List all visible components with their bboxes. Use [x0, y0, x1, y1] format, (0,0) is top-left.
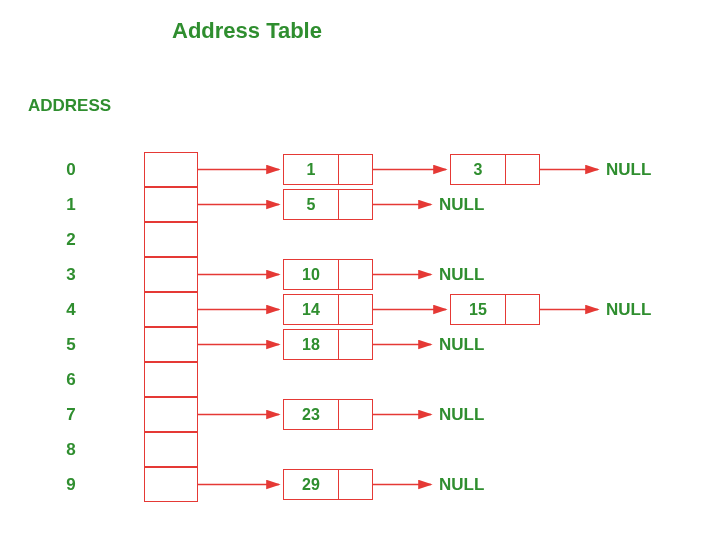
node-value: 14	[284, 295, 339, 324]
bucket-cell	[144, 362, 198, 397]
null-label: NULL	[439, 195, 484, 215]
null-label: NULL	[606, 300, 651, 320]
list-node: 5	[283, 189, 373, 220]
node-value: 15	[451, 295, 506, 324]
bucket-cell	[144, 467, 198, 502]
list-node: 15	[450, 294, 540, 325]
address-index: 6	[56, 370, 86, 390]
list-node: 23	[283, 399, 373, 430]
null-label: NULL	[439, 475, 484, 495]
address-index: 9	[56, 475, 86, 495]
address-index: 2	[56, 230, 86, 250]
diagram-title: Address Table	[172, 18, 322, 44]
list-node: 18	[283, 329, 373, 360]
node-value: 5	[284, 190, 339, 219]
bucket-cell	[144, 327, 198, 362]
address-index: 8	[56, 440, 86, 460]
null-label: NULL	[439, 335, 484, 355]
bucket-cell	[144, 432, 198, 467]
bucket-cell	[144, 152, 198, 187]
null-label: NULL	[439, 405, 484, 425]
list-node: 1	[283, 154, 373, 185]
bucket-cell	[144, 397, 198, 432]
node-value: 1	[284, 155, 339, 184]
null-label: NULL	[606, 160, 651, 180]
node-value: 18	[284, 330, 339, 359]
node-value: 3	[451, 155, 506, 184]
node-value: 23	[284, 400, 339, 429]
address-index: 1	[56, 195, 86, 215]
address-index: 5	[56, 335, 86, 355]
address-index: 7	[56, 405, 86, 425]
address-index: 3	[56, 265, 86, 285]
list-node: 10	[283, 259, 373, 290]
bucket-cell	[144, 187, 198, 222]
null-label: NULL	[439, 265, 484, 285]
address-index: 4	[56, 300, 86, 320]
address-index: 0	[56, 160, 86, 180]
address-header: ADDRESS	[28, 96, 111, 116]
list-node: 3	[450, 154, 540, 185]
node-value: 10	[284, 260, 339, 289]
list-node: 14	[283, 294, 373, 325]
node-value: 29	[284, 470, 339, 499]
list-node: 29	[283, 469, 373, 500]
bucket-cell	[144, 292, 198, 327]
bucket-cell	[144, 222, 198, 257]
bucket-cell	[144, 257, 198, 292]
